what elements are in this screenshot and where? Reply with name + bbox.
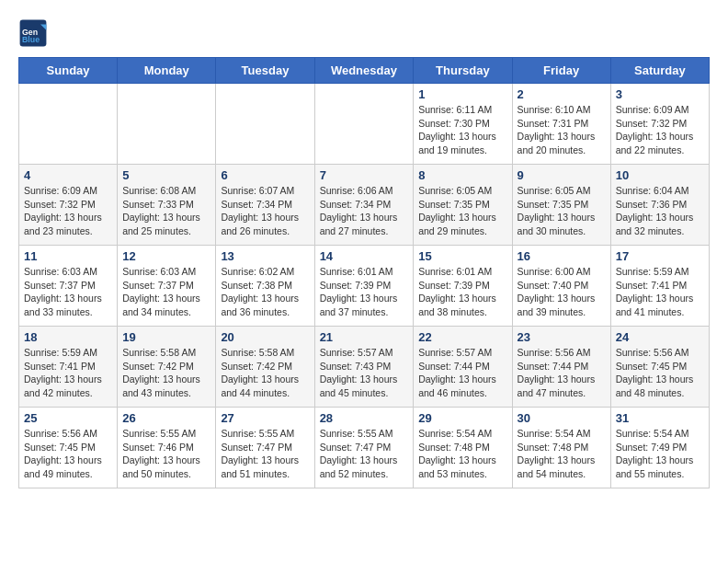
day-info: Sunrise: 5:54 AM Sunset: 7:48 PM Dayligh… xyxy=(418,427,506,481)
day-number: 5 xyxy=(122,168,210,182)
calendar-body: 1Sunrise: 6:11 AM Sunset: 7:30 PM Daylig… xyxy=(19,84,710,488)
day-number: 19 xyxy=(122,330,210,344)
day-info: Sunrise: 6:10 AM Sunset: 7:31 PM Dayligh… xyxy=(518,103,606,157)
weekday-header-row: SundayMondayTuesdayWednesdayThursdayFrid… xyxy=(19,58,710,84)
day-number: 14 xyxy=(320,249,409,263)
day-info: Sunrise: 5:58 AM Sunset: 7:42 PM Dayligh… xyxy=(122,346,210,400)
calendar-week-row: 18Sunrise: 5:59 AM Sunset: 7:41 PM Dayli… xyxy=(19,327,710,408)
calendar-cell: 4Sunrise: 6:09 AM Sunset: 7:32 PM Daylig… xyxy=(19,165,118,246)
day-info: Sunrise: 6:09 AM Sunset: 7:32 PM Dayligh… xyxy=(24,184,112,238)
day-number: 1 xyxy=(418,87,506,101)
day-info: Sunrise: 5:59 AM Sunset: 7:41 PM Dayligh… xyxy=(616,265,704,319)
calendar-cell: 18Sunrise: 5:59 AM Sunset: 7:41 PM Dayli… xyxy=(19,327,118,408)
day-number: 28 xyxy=(320,411,409,425)
calendar-cell xyxy=(118,84,216,165)
day-number: 13 xyxy=(221,249,309,263)
calendar-cell: 8Sunrise: 6:05 AM Sunset: 7:35 PM Daylig… xyxy=(414,165,512,246)
calendar-cell: 9Sunrise: 6:05 AM Sunset: 7:35 PM Daylig… xyxy=(512,165,610,246)
calendar-cell xyxy=(314,84,414,165)
calendar-cell: 27Sunrise: 5:55 AM Sunset: 7:47 PM Dayli… xyxy=(216,408,314,488)
calendar-cell: 30Sunrise: 5:54 AM Sunset: 7:48 PM Dayli… xyxy=(512,408,610,488)
day-info: Sunrise: 5:55 AM Sunset: 7:47 PM Dayligh… xyxy=(320,427,409,481)
calendar-cell: 13Sunrise: 6:02 AM Sunset: 7:38 PM Dayli… xyxy=(216,246,314,327)
calendar-cell: 10Sunrise: 6:04 AM Sunset: 7:36 PM Dayli… xyxy=(610,165,709,246)
day-info: Sunrise: 6:05 AM Sunset: 7:35 PM Dayligh… xyxy=(518,184,606,238)
day-info: Sunrise: 5:56 AM Sunset: 7:45 PM Dayligh… xyxy=(616,346,704,400)
day-number: 20 xyxy=(221,330,309,344)
day-number: 29 xyxy=(418,411,506,425)
day-number: 2 xyxy=(518,87,606,101)
day-number: 22 xyxy=(418,330,506,344)
calendar-cell xyxy=(19,84,118,165)
calendar-cell xyxy=(216,84,314,165)
weekday-header-wednesday: Wednesday xyxy=(314,58,414,84)
day-number: 18 xyxy=(24,330,112,344)
day-number: 15 xyxy=(418,249,506,263)
weekday-header-saturday: Saturday xyxy=(610,58,709,84)
day-number: 24 xyxy=(616,330,704,344)
day-number: 25 xyxy=(24,411,112,425)
calendar-cell: 22Sunrise: 5:57 AM Sunset: 7:44 PM Dayli… xyxy=(414,327,512,408)
day-info: Sunrise: 5:54 AM Sunset: 7:49 PM Dayligh… xyxy=(616,427,704,481)
logo-icon: Gen Blue xyxy=(18,18,48,48)
day-info: Sunrise: 5:57 AM Sunset: 7:44 PM Dayligh… xyxy=(418,346,506,400)
day-info: Sunrise: 6:09 AM Sunset: 7:32 PM Dayligh… xyxy=(616,103,704,157)
day-number: 16 xyxy=(518,249,606,263)
calendar-week-row: 11Sunrise: 6:03 AM Sunset: 7:37 PM Dayli… xyxy=(19,246,710,327)
day-info: Sunrise: 5:56 AM Sunset: 7:44 PM Dayligh… xyxy=(518,346,606,400)
calendar-cell: 7Sunrise: 6:06 AM Sunset: 7:34 PM Daylig… xyxy=(314,165,414,246)
day-number: 10 xyxy=(616,168,704,182)
calendar-week-row: 1Sunrise: 6:11 AM Sunset: 7:30 PM Daylig… xyxy=(19,84,710,165)
day-number: 8 xyxy=(418,168,506,182)
weekday-header-monday: Monday xyxy=(118,58,216,84)
day-info: Sunrise: 5:54 AM Sunset: 7:48 PM Dayligh… xyxy=(518,427,606,481)
day-number: 7 xyxy=(320,168,409,182)
day-info: Sunrise: 6:07 AM Sunset: 7:34 PM Dayligh… xyxy=(221,184,309,238)
calendar-cell: 29Sunrise: 5:54 AM Sunset: 7:48 PM Dayli… xyxy=(414,408,512,488)
day-number: 12 xyxy=(122,249,210,263)
day-info: Sunrise: 6:08 AM Sunset: 7:33 PM Dayligh… xyxy=(122,184,210,238)
calendar-cell: 17Sunrise: 5:59 AM Sunset: 7:41 PM Dayli… xyxy=(610,246,709,327)
weekday-header-tuesday: Tuesday xyxy=(216,58,314,84)
day-info: Sunrise: 6:06 AM Sunset: 7:34 PM Dayligh… xyxy=(320,184,409,238)
calendar-cell: 23Sunrise: 5:56 AM Sunset: 7:44 PM Dayli… xyxy=(512,327,610,408)
day-info: Sunrise: 6:11 AM Sunset: 7:30 PM Dayligh… xyxy=(418,103,506,157)
day-number: 6 xyxy=(221,168,309,182)
day-info: Sunrise: 6:03 AM Sunset: 7:37 PM Dayligh… xyxy=(122,265,210,319)
calendar-cell: 20Sunrise: 5:58 AM Sunset: 7:42 PM Dayli… xyxy=(216,327,314,408)
day-number: 3 xyxy=(616,87,704,101)
day-number: 23 xyxy=(518,330,606,344)
day-info: Sunrise: 6:05 AM Sunset: 7:35 PM Dayligh… xyxy=(418,184,506,238)
calendar-cell: 15Sunrise: 6:01 AM Sunset: 7:39 PM Dayli… xyxy=(414,246,512,327)
weekday-header-sunday: Sunday xyxy=(19,58,118,84)
day-number: 31 xyxy=(616,411,704,425)
day-info: Sunrise: 6:01 AM Sunset: 7:39 PM Dayligh… xyxy=(320,265,409,319)
calendar-cell: 5Sunrise: 6:08 AM Sunset: 7:33 PM Daylig… xyxy=(118,165,216,246)
day-info: Sunrise: 5:55 AM Sunset: 7:46 PM Dayligh… xyxy=(122,427,210,481)
calendar-cell: 28Sunrise: 5:55 AM Sunset: 7:47 PM Dayli… xyxy=(314,408,414,488)
calendar-cell: 6Sunrise: 6:07 AM Sunset: 7:34 PM Daylig… xyxy=(216,165,314,246)
calendar-table: SundayMondayTuesdayWednesdayThursdayFrid… xyxy=(18,57,710,488)
day-number: 27 xyxy=(221,411,309,425)
calendar-cell: 1Sunrise: 6:11 AM Sunset: 7:30 PM Daylig… xyxy=(414,84,512,165)
day-number: 17 xyxy=(616,249,704,263)
calendar-cell: 11Sunrise: 6:03 AM Sunset: 7:37 PM Dayli… xyxy=(19,246,118,327)
svg-text:Blue: Blue xyxy=(22,35,40,44)
calendar-cell: 3Sunrise: 6:09 AM Sunset: 7:32 PM Daylig… xyxy=(610,84,709,165)
calendar-week-row: 25Sunrise: 5:56 AM Sunset: 7:45 PM Dayli… xyxy=(19,408,710,488)
calendar-cell: 14Sunrise: 6:01 AM Sunset: 7:39 PM Dayli… xyxy=(314,246,414,327)
day-info: Sunrise: 5:56 AM Sunset: 7:45 PM Dayligh… xyxy=(24,427,112,481)
day-number: 26 xyxy=(122,411,210,425)
calendar-cell: 16Sunrise: 6:00 AM Sunset: 7:40 PM Dayli… xyxy=(512,246,610,327)
weekday-header-friday: Friday xyxy=(512,58,610,84)
calendar-week-row: 4Sunrise: 6:09 AM Sunset: 7:32 PM Daylig… xyxy=(19,165,710,246)
calendar-cell: 19Sunrise: 5:58 AM Sunset: 7:42 PM Dayli… xyxy=(118,327,216,408)
calendar-cell: 26Sunrise: 5:55 AM Sunset: 7:46 PM Dayli… xyxy=(118,408,216,488)
calendar-cell: 24Sunrise: 5:56 AM Sunset: 7:45 PM Dayli… xyxy=(610,327,709,408)
day-info: Sunrise: 6:01 AM Sunset: 7:39 PM Dayligh… xyxy=(418,265,506,319)
day-info: Sunrise: 6:04 AM Sunset: 7:36 PM Dayligh… xyxy=(616,184,704,238)
day-number: 11 xyxy=(24,249,112,263)
calendar-cell: 25Sunrise: 5:56 AM Sunset: 7:45 PM Dayli… xyxy=(19,408,118,488)
calendar-cell: 2Sunrise: 6:10 AM Sunset: 7:31 PM Daylig… xyxy=(512,84,610,165)
day-number: 21 xyxy=(320,330,409,344)
